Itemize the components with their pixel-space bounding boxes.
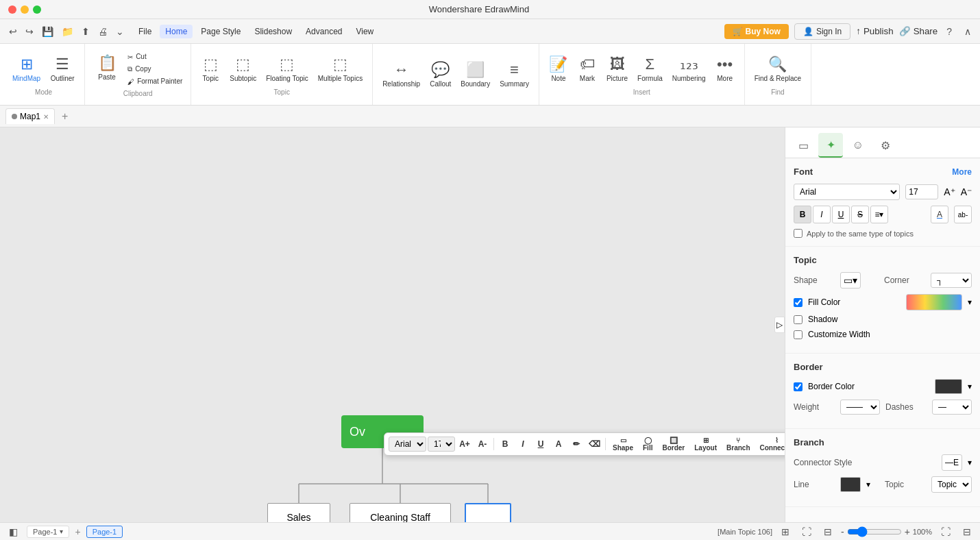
border-color-checkbox[interactable]	[794, 382, 803, 391]
fill-tool-button[interactable]: ◯ Fill	[639, 436, 657, 452]
font-more-button[interactable]: More	[952, 167, 972, 177]
canvas-area[interactable]: Ov Sales Cleaning Staff Arial 17	[0, 127, 785, 522]
font-size-select[interactable]: 17	[428, 437, 455, 452]
paste-button[interactable]: 📋 Paste	[90, 51, 123, 84]
contract-button[interactable]: ⊟	[959, 524, 975, 539]
copy-button[interactable]: ⧉ Copy	[125, 64, 185, 75]
floating-topic-button[interactable]: ⬚ Floating Topic	[262, 53, 313, 86]
font-decrease-button[interactable]: A⁻	[961, 186, 972, 197]
border-color-dropdown[interactable]: ▾	[968, 382, 972, 391]
collapse-ribbon-button[interactable]: ∧	[961, 24, 975, 39]
zoom-in-button[interactable]: +	[905, 526, 910, 537]
shape-selector[interactable]: ▭▾	[840, 272, 861, 289]
connector-style-button[interactable]: —E	[942, 454, 962, 471]
font-increase-button[interactable]: A+	[456, 436, 473, 452]
highlight-button[interactable]: ✏	[568, 436, 585, 452]
right-panel-toggle[interactable]: ▷	[774, 317, 785, 333]
cut-button[interactable]: ✂ Cut	[125, 51, 185, 62]
minimize-button[interactable]	[21, 5, 29, 14]
toggle-left-panel-button[interactable]: ◧	[5, 524, 21, 539]
picture-button[interactable]: 🖼 Picture	[602, 53, 632, 86]
menu-home[interactable]: Home	[160, 25, 193, 38]
redo-button[interactable]: ↪	[22, 24, 37, 39]
mindmap-canvas[interactable]: Ov Sales Cleaning Staff Arial 17	[0, 127, 785, 522]
print-button[interactable]: 🖨	[95, 24, 111, 39]
fit-page-button[interactable]: ⊞	[778, 524, 793, 539]
find-replace-button[interactable]: 🔍 Find & Replace	[750, 53, 805, 86]
shadow-checkbox[interactable]	[794, 315, 803, 324]
sign-in-button[interactable]: 👤 Sign In	[794, 23, 850, 40]
fill-color-dropdown[interactable]: ▾	[968, 297, 972, 307]
page-tab[interactable]: Page-1 ▾	[27, 526, 69, 538]
add-page-button[interactable]: +	[75, 526, 80, 537]
layout-tool-button[interactable]: ⊞ Layout	[690, 436, 721, 452]
relationship-button[interactable]: ↔ Relationship	[378, 58, 424, 91]
share-button[interactable]: 🔗 Share	[899, 26, 938, 36]
multiple-topics-button[interactable]: ⬚ Multiple Topics	[314, 53, 367, 86]
bold-button[interactable]: B	[497, 436, 513, 452]
underline-format-button[interactable]: U	[832, 206, 850, 223]
font-color-button[interactable]: A	[931, 206, 948, 223]
topic-button[interactable]: ⬚ Topic	[197, 53, 224, 86]
subtopic-button[interactable]: ⬚ Subtopic	[225, 53, 260, 86]
font-name-select[interactable]: Arial	[794, 184, 900, 200]
rp-tab-emoji[interactable]: ☺	[846, 133, 870, 158]
rp-tab-format[interactable]: ✦	[818, 133, 843, 158]
line-color-swatch[interactable]	[840, 477, 861, 492]
bold-format-button[interactable]: B	[794, 206, 811, 223]
apply-same-type-checkbox[interactable]	[794, 229, 803, 238]
border-color-swatch[interactable]	[935, 379, 962, 394]
branch-tool-button[interactable]: ⑂ Branch	[722, 436, 754, 452]
menu-slideshow[interactable]: Slideshow	[249, 25, 297, 38]
expand-button[interactable]: ⊟	[820, 524, 835, 539]
fill-color-checkbox[interactable]	[794, 298, 803, 307]
tab-map1[interactable]: Map1 ✕	[5, 108, 55, 124]
close-button[interactable]	[8, 5, 16, 14]
add-tab-button[interactable]: +	[58, 108, 72, 125]
text-color-button[interactable]: A	[550, 436, 567, 452]
outliner-button[interactable]: ☰ Outliner	[46, 53, 79, 86]
callout-button[interactable]: 💬 Callout	[426, 58, 455, 91]
rp-tab-settings[interactable]: ⚙	[873, 133, 898, 158]
buy-now-button[interactable]: 🛒 Buy Now	[724, 24, 789, 39]
connector-style-dropdown[interactable]: ▾	[968, 458, 972, 467]
mark-button[interactable]: 🏷 Mark	[574, 53, 601, 86]
italic-format-button[interactable]: I	[813, 206, 831, 223]
mindmap-button[interactable]: ⊞ MindMap	[8, 53, 45, 86]
node-empty-selected[interactable]	[465, 503, 511, 522]
zoom-out-button[interactable]: -	[841, 526, 844, 537]
export-button[interactable]: ⬆	[78, 24, 93, 39]
publish-button[interactable]: ↑ Publish	[856, 26, 893, 36]
font-size-input[interactable]	[905, 184, 938, 199]
weight-select[interactable]: ——	[840, 400, 880, 415]
customize-width-checkbox[interactable]	[794, 330, 803, 339]
line-color-dropdown[interactable]: ▾	[866, 480, 870, 489]
align-format-button[interactable]: ≡▾	[870, 206, 888, 223]
menu-page-style[interactable]: Page Style	[195, 25, 246, 38]
actual-size-button[interactable]: ⛶	[798, 524, 815, 539]
more-insert-button[interactable]: ••• More	[711, 53, 739, 86]
fullscreen-button[interactable]: ⛶	[938, 524, 954, 539]
menu-advanced[interactable]: Advanced	[300, 25, 347, 38]
node-sales[interactable]: Sales	[267, 503, 330, 522]
rp-tab-style[interactable]: ▭	[791, 133, 816, 158]
undo-button[interactable]: ↩	[5, 24, 21, 39]
save-button[interactable]: 💾	[38, 24, 57, 39]
maximize-button[interactable]	[33, 5, 41, 14]
more-options-button[interactable]: ⌄	[112, 24, 127, 39]
active-page-tab[interactable]: Page-1	[86, 526, 123, 538]
help-button[interactable]: ?	[943, 24, 955, 39]
border-tool-button[interactable]: 🔲 Border	[658, 436, 689, 452]
shape-tool-button[interactable]: ▭ Shape	[609, 436, 637, 452]
zoom-slider[interactable]	[847, 526, 902, 537]
font-decrease-button[interactable]: A-	[474, 436, 491, 452]
summary-button[interactable]: ≡ Summary	[495, 58, 533, 91]
menu-view[interactable]: View	[350, 25, 379, 38]
formula-button[interactable]: Σ Formula	[633, 53, 667, 86]
note-button[interactable]: 📝 Note	[545, 53, 572, 86]
font-family-select[interactable]: Arial	[389, 437, 426, 452]
corner-select[interactable]: ┐	[931, 273, 972, 288]
page-dropdown-button[interactable]: ▾	[60, 528, 63, 535]
menu-file[interactable]: File	[133, 25, 157, 38]
font-increase-button[interactable]: A⁺	[944, 186, 955, 197]
